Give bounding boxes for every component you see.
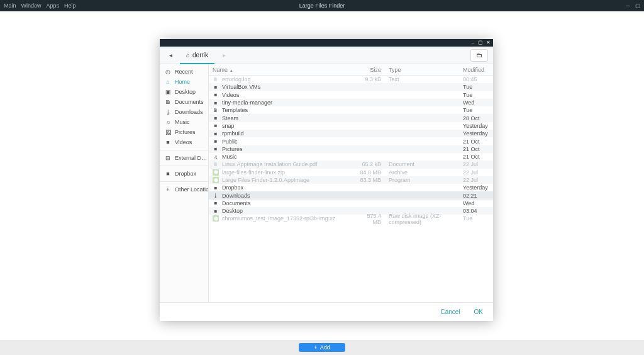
places-sidebar: ◴Recent⌂Home▣Desktop🗎Documents⭳Downloads… [160,64,209,302]
file-row[interactable]: ■VideosTue [209,91,493,99]
file-icon: ⬢ [213,169,219,176]
file-icon: ■ [213,130,219,137]
pictures-icon: 🖼 [165,129,171,135]
sidebar-item-dropbox[interactable]: ■Dropbox [160,169,208,179]
column-size[interactable]: Size [355,67,385,73]
file-icon: ■ [213,92,219,98]
file-icon: 🗎 [213,107,219,113]
dialog-footer: Cancel OK [160,302,493,321]
file-row[interactable]: 🗎errorlog.log9.3 kBText00:45 [209,76,493,83]
file-icon: ■ [213,200,219,206]
file-icon: ⬢ [213,177,219,183]
dropbox-icon: ■ [165,171,171,177]
home-icon: ⌂ [165,79,171,85]
app-maximize-icon[interactable]: ▢ [635,3,640,8]
menu-window[interactable]: Window [21,3,42,9]
music-icon: ♫ [165,119,171,125]
app-minimize-icon[interactable]: – [626,3,631,8]
app-title: Large Files Finder [299,3,345,9]
file-row[interactable]: ■Steam28 Oct [209,114,493,121]
file-row[interactable]: ■VirtualBox VMsTue [209,83,493,91]
sidebar-item-home[interactable]: ⌂Home [160,77,208,87]
file-row[interactable]: ■Pictures21 Oct [209,145,493,153]
sidebar-item-downloads[interactable]: ⭳Downloads [160,107,208,117]
documents-icon: 🗎 [165,99,171,105]
sidebar-item-desktop[interactable]: ▣Desktop [160,87,208,97]
file-row[interactable]: ■DropboxYesterday [209,184,493,191]
file-icon: ■ [213,123,219,129]
menu-apps[interactable]: Apps [47,3,60,9]
nav-forward-button[interactable]: ▸ [218,50,230,61]
file-icon: ■ [213,115,219,121]
add-button[interactable]: + Add [299,343,345,352]
file-icon: ⭳ [213,193,219,199]
cancel-button[interactable]: Cancel [440,308,460,315]
file-icon: ■ [213,99,219,106]
sidebar-item-other-locations[interactable]: +Other Locations [160,184,208,194]
file-row[interactable]: ♫Music21 Oct [209,153,493,161]
file-row[interactable]: ■rpmbuildYesterday [209,130,493,137]
file-icon: ■ [213,146,219,152]
file-row[interactable]: ■tiny-media-managerWed [209,99,493,106]
sidebar-item-documents[interactable]: 🗎Documents [160,97,208,107]
sidebar-item-external-d-[interactable]: ⊟External D…⏏ [160,153,208,163]
videos-icon: ■ [165,139,171,145]
file-row[interactable]: ⭳Downloads02:21 [209,191,493,199]
dialog-maximize-icon[interactable]: ▢ [478,40,483,45]
file-icon: ♫ [213,154,219,160]
menu-help[interactable]: Help [64,3,76,9]
downloads-icon: ⭳ [165,109,171,115]
nav-back-button[interactable]: ◂ [165,50,176,61]
file-icon: 🗎 [213,76,219,82]
sidebar-item-recent[interactable]: ◴Recent [160,67,208,77]
file-row[interactable]: ■snapYesterday [209,122,493,130]
external-d--icon: ⊟ [165,155,171,161]
other-locations-icon: + [165,186,171,193]
app-bottombar: + Add [0,340,644,355]
file-row[interactable]: 🗎TemplatesTue [209,106,493,114]
column-header: Name▴ Size Type Modified [209,64,493,76]
file-chooser-dialog: – ▢ ✕ ◂ ⌂ derrik ▸ 🗀 ◴Recent⌂Home▣Deskto… [160,39,493,321]
file-row[interactable]: ■DocumentsWed [209,200,493,207]
column-type[interactable]: Type [385,67,459,73]
new-folder-button[interactable]: 🗀 [470,49,488,62]
file-row[interactable]: ⬢large-files-finder-linux.zip84.8 MBArch… [209,169,493,176]
breadcrumb-label: derrik [192,52,208,59]
file-row[interactable]: ⬢Large Files Finder-1.2.0.AppImage83.3 M… [209,176,493,184]
file-icon: ■ [213,84,219,90]
plus-icon: + [314,344,317,351]
file-row[interactable]: ■Public21 Oct [209,137,493,145]
file-row[interactable]: 🗎Linux AppImage Installation Guide.pdf65… [209,161,493,168]
column-name[interactable]: Name▴ [209,67,355,73]
desktop-icon: ▣ [165,89,171,95]
dialog-titlebar: – ▢ ✕ [160,39,493,47]
home-icon: ⌂ [186,52,190,59]
recent-icon: ◴ [165,69,171,75]
menu-main[interactable]: Main [4,3,16,9]
file-icon: 🗎 [213,161,219,167]
file-icon: ■ [213,208,219,214]
column-modified[interactable]: Modified [459,67,493,73]
sort-asc-icon: ▴ [230,68,233,72]
ok-button[interactable]: OK [474,308,483,315]
file-icon: ⬢ [213,215,219,222]
sidebar-item-videos[interactable]: ■Videos [160,137,208,147]
dialog-close-icon[interactable]: ✕ [486,40,491,45]
file-icon: ■ [213,138,219,145]
dialog-toolbar: ◂ ⌂ derrik ▸ 🗀 [160,47,493,64]
folder-plus-icon: 🗀 [476,52,482,59]
sidebar-item-music[interactable]: ♫Music [160,117,208,127]
file-row[interactable]: ⬢chromiumos_test_image_17352-rpi3b-img.x… [209,215,493,222]
sidebar-item-pictures[interactable]: 🖼Pictures [160,127,208,137]
file-icon: ■ [213,184,219,191]
dialog-minimize-icon[interactable]: – [470,40,475,45]
app-menubar: Main Window Apps Help Large Files Finder… [0,0,644,11]
breadcrumb-home[interactable]: ⌂ derrik [180,47,214,64]
file-list: Name▴ Size Type Modified 🗎errorlog.log9.… [209,64,493,302]
